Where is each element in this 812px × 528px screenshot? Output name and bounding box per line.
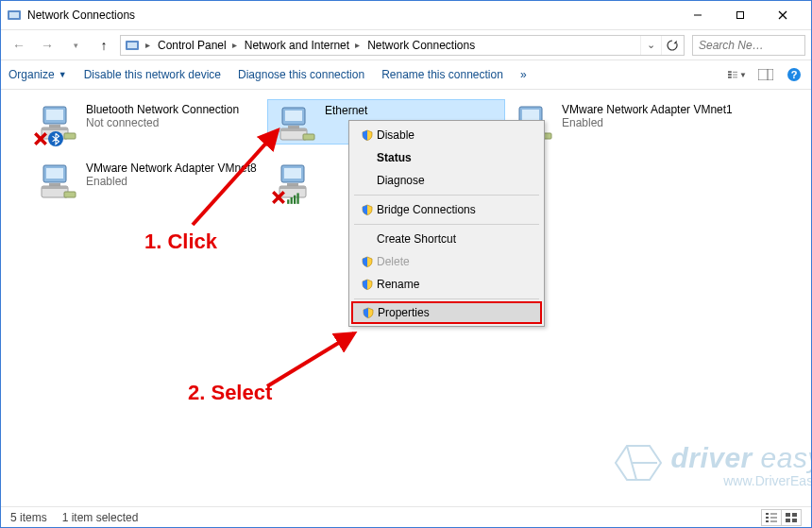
back-button[interactable]: ←	[7, 34, 31, 57]
adapter-name: VMware Network Adapter VMnet1	[562, 103, 733, 116]
network-adapter-icon	[35, 103, 80, 145]
ctx-bridge[interactable]: Bridge Connections	[352, 198, 541, 221]
address-bar[interactable]: ▸ Control Panel ▸ Network and Internet ▸…	[120, 35, 685, 56]
status-selection-count: 1 item selected	[62, 511, 139, 524]
svg-rect-25	[64, 133, 76, 139]
svg-rect-67	[770, 517, 777, 518]
svg-rect-65	[766, 520, 769, 522]
svg-rect-46	[64, 192, 76, 197]
network-adapter-icon	[274, 104, 319, 145]
location-icon	[125, 38, 140, 53]
svg-rect-72	[792, 519, 797, 522]
shield-icon	[359, 307, 378, 318]
svg-rect-45	[42, 186, 68, 189]
menu-separator	[354, 195, 539, 196]
chevron-down-icon: ▼	[59, 70, 67, 79]
svg-rect-16	[758, 69, 773, 80]
svg-rect-48	[284, 168, 301, 179]
svg-rect-7	[127, 43, 137, 48]
adapter-status: Enabled	[86, 175, 257, 188]
adapter-hidden[interactable]	[267, 158, 352, 209]
refresh-icon[interactable]	[661, 36, 682, 55]
diagnose-button[interactable]: Diagnose this connection	[238, 68, 364, 81]
search-input[interactable]	[697, 38, 812, 53]
svg-rect-14	[733, 75, 737, 76]
ctx-diagnose[interactable]: Diagnose	[352, 169, 541, 192]
forward-button[interactable]: →	[35, 34, 59, 57]
error-x-icon	[33, 131, 48, 146]
svg-rect-42	[46, 168, 63, 179]
network-adapter-icon	[273, 162, 318, 203]
svg-rect-33	[280, 128, 307, 131]
svg-rect-1	[9, 12, 19, 18]
svg-rect-56	[294, 196, 296, 204]
minimize-button[interactable]	[676, 2, 719, 28]
ctx-disable[interactable]: Disable	[352, 124, 541, 146]
ctx-status[interactable]: Status	[352, 146, 541, 169]
annotation-select-label: 2. Select	[188, 381, 272, 405]
ctx-create-shortcut[interactable]: Create Shortcut	[352, 228, 541, 250]
svg-rect-54	[287, 199, 289, 204]
overflow-button[interactable]: »	[520, 68, 527, 81]
signal-bars-icon	[286, 190, 301, 205]
help-icon[interactable]: ?	[785, 65, 804, 84]
context-menu: Disable Status Diagnose Bridge Connectio…	[348, 120, 545, 327]
svg-rect-34	[303, 134, 314, 140]
status-bar: 5 items 1 item selected	[1, 506, 811, 527]
watermark-brand-rest: easy	[753, 442, 811, 473]
tiles-view-icon[interactable]	[781, 509, 802, 526]
app-icon	[7, 8, 22, 23]
svg-rect-10	[728, 71, 732, 73]
organize-menu[interactable]: Organize ▼	[8, 68, 67, 81]
address-dropdown-icon[interactable]: ⌄	[640, 36, 661, 55]
adapter-name: Ethernet	[325, 104, 367, 117]
breadcrumb-network-internet[interactable]: Network and Internet	[239, 36, 353, 55]
annotation-arrow-select	[260, 328, 364, 394]
chevron-right-icon: ▸	[144, 40, 152, 50]
adapter-status: Enabled	[562, 116, 733, 129]
network-adapter-icon	[35, 162, 80, 203]
view-options-icon[interactable]: ▼	[728, 65, 747, 84]
svg-rect-63	[766, 513, 769, 515]
svg-rect-11	[728, 74, 732, 76]
svg-rect-13	[733, 72, 737, 73]
recent-dropdown[interactable]: ▾	[63, 34, 88, 57]
close-button[interactable]	[761, 2, 804, 28]
ctx-properties[interactable]: Properties	[351, 301, 542, 324]
svg-rect-68	[770, 520, 777, 521]
adapter-bluetooth[interactable]: Bluetooth Network Connection Not connect…	[29, 99, 263, 150]
nav-row: ← → ▾ ↑ ▸ Control Panel ▸ Network and In…	[1, 29, 811, 60]
chevron-right-icon: ▸	[353, 40, 362, 50]
adapter-vmnet8[interactable]: VMware Network Adapter VMnet8 Enabled	[29, 158, 263, 209]
up-button[interactable]: ↑	[92, 34, 116, 57]
svg-rect-30	[285, 111, 302, 121]
preview-pane-icon[interactable]	[756, 65, 775, 84]
title-bar: Network Connections	[1, 1, 811, 29]
disable-device-button[interactable]: Disable this network device	[84, 68, 221, 81]
svg-rect-71	[786, 519, 790, 522]
svg-rect-12	[728, 77, 732, 78]
breadcrumb-network-connections[interactable]: Network Connections	[362, 36, 479, 55]
svg-rect-3	[736, 12, 743, 19]
breadcrumb-control-panel[interactable]: Control Panel	[152, 36, 230, 55]
search-box[interactable]	[692, 35, 805, 56]
command-bar: Organize ▼ Disable this network device D…	[1, 60, 811, 90]
svg-text:?: ?	[791, 69, 798, 80]
shield-icon	[358, 129, 377, 141]
details-view-icon[interactable]	[761, 509, 782, 526]
svg-rect-64	[766, 517, 769, 519]
status-item-count: 5 items	[10, 511, 47, 524]
adapter-name: Bluetooth Network Connection	[86, 103, 239, 116]
svg-rect-15	[733, 77, 737, 78]
watermark-url: www.DriverEasy.	[670, 474, 811, 487]
shield-icon	[358, 256, 377, 267]
ctx-delete: Delete	[352, 250, 541, 273]
watermark: driver easy www.DriverEasy.	[670, 444, 811, 487]
shield-icon	[358, 204, 377, 215]
ctx-rename[interactable]: Rename	[352, 273, 541, 296]
svg-line-59	[267, 333, 354, 386]
maximize-button[interactable]	[719, 2, 761, 28]
rename-button[interactable]: Rename this connection	[381, 68, 503, 81]
svg-rect-55	[291, 197, 293, 204]
content-area: Bluetooth Network Connection Not connect…	[1, 90, 811, 506]
